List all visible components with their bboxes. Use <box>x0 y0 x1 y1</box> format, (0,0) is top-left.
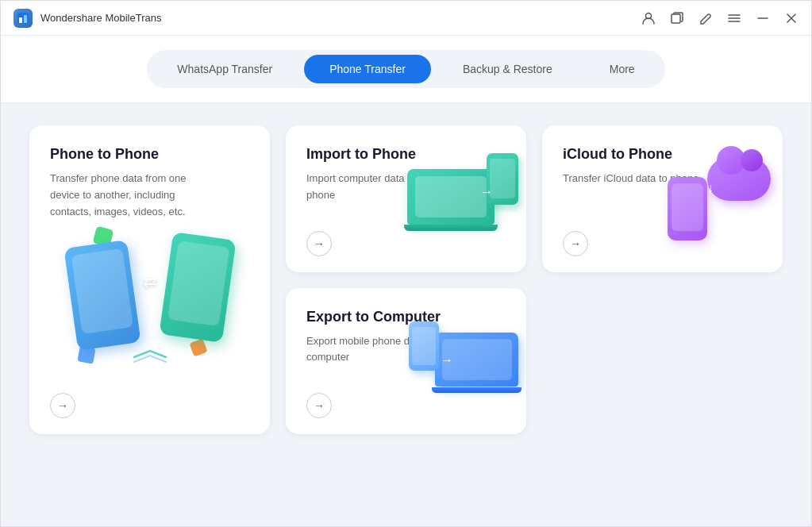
phone-left <box>63 240 140 351</box>
mini-phone-screen <box>490 159 515 198</box>
card-phone-to-phone[interactable]: Phone to Phone Transfer phone data from … <box>29 125 270 434</box>
bottom-arrows-svg <box>118 348 182 367</box>
arrow-export[interactable]: → <box>306 393 332 418</box>
laptop-screen <box>415 176 487 217</box>
edit-icon[interactable] <box>698 11 713 25</box>
phones-graphic: ⇄ <box>63 220 237 379</box>
arrow-import[interactable]: → <box>306 231 332 256</box>
arrow-icloud[interactable]: → <box>563 231 588 256</box>
app-icon <box>13 9 33 28</box>
export-arrow-icon: → <box>441 353 453 367</box>
phone-right-screen <box>167 240 229 326</box>
phone-to-phone-illustration: ⇄ <box>50 220 249 418</box>
float-orange-icon <box>189 339 207 357</box>
tab-phone-transfer[interactable]: Phone Transfer <box>304 55 431 83</box>
card-export-to-computer[interactable]: Export to Computer Export mobile phone d… <box>286 288 526 435</box>
restore-icon[interactable] <box>670 11 684 25</box>
transfer-arrow: ⇄ <box>143 271 157 292</box>
laptop-phone-graphic: → <box>407 153 518 240</box>
card-icloud-to-phone[interactable]: iCloud to Phone Transfer iCloud data to … <box>542 125 783 272</box>
import-illustration: → <box>407 153 518 240</box>
titlebar-left: Wondershare MobileTrans <box>13 9 161 28</box>
export-illustration: → <box>407 315 518 402</box>
import-arrow-icon: → <box>480 185 493 199</box>
tab-backup-restore[interactable]: Backup & Restore <box>437 55 578 83</box>
export-graphic: → <box>407 315 518 402</box>
icloud-graphic: ↓ <box>664 153 775 240</box>
card-import-to-phone[interactable]: Import to Phone Import computer data to … <box>286 125 526 272</box>
export-phone <box>409 321 439 371</box>
cloud-shape <box>707 157 771 201</box>
card-title-phone-to-phone: Phone to Phone <box>50 146 249 163</box>
cloud-phone <box>668 177 707 240</box>
phone-right <box>159 232 236 343</box>
nav-tabs: WhatsApp Transfer Phone Transfer Backup … <box>147 50 664 88</box>
close-icon[interactable] <box>784 11 799 25</box>
export-phone-screen <box>412 327 436 365</box>
laptop-base <box>404 225 498 231</box>
nav-container: WhatsApp Transfer Phone Transfer Backup … <box>1 36 811 103</box>
svg-rect-1 <box>19 17 22 23</box>
titlebar: Wondershare MobileTrans <box>1 1 811 36</box>
titlebar-controls <box>641 11 799 25</box>
svg-rect-4 <box>672 14 680 23</box>
app-title: Wondershare MobileTrans <box>40 12 161 24</box>
card-content: Phone to Phone Transfer phone data from … <box>50 146 249 418</box>
svg-rect-2 <box>24 15 27 23</box>
tab-whatsapp-transfer[interactable]: WhatsApp Transfer <box>152 55 298 83</box>
minimize-icon[interactable] <box>756 11 770 25</box>
phone-left-screen <box>71 248 133 334</box>
main-content: Phone to Phone Transfer phone data from … <box>1 103 811 456</box>
card-desc-phone-to-phone: Transfer phone data from one device to a… <box>50 171 209 220</box>
profile-icon[interactable] <box>641 11 656 25</box>
icloud-illustration: ↓ <box>664 153 775 240</box>
cloud-arrow-icon: ↓ <box>707 181 714 195</box>
export-laptop-base <box>432 387 521 393</box>
cloud-phone-screen <box>672 183 703 231</box>
menu-icon[interactable] <box>727 11 741 25</box>
tab-more[interactable]: More <box>584 55 660 83</box>
